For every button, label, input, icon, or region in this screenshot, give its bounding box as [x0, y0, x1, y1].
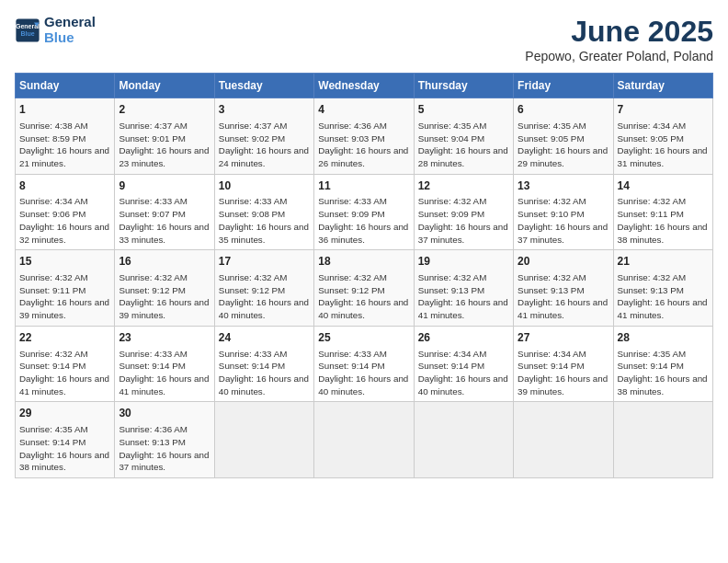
day-detail: Sunrise: 4:35 AMSunset: 9:14 PMDaylight:…: [618, 348, 709, 398]
day-number: 2: [119, 102, 210, 118]
calendar-cell: 6Sunrise: 4:35 AMSunset: 9:05 PMDaylight…: [514, 98, 613, 175]
calendar-cell: 1Sunrise: 4:38 AMSunset: 8:59 PMDaylight…: [16, 98, 115, 175]
day-number: 20: [518, 254, 609, 270]
day-detail: Sunrise: 4:34 AMSunset: 9:05 PMDaylight:…: [618, 120, 709, 170]
day-number: 29: [19, 406, 110, 421]
day-detail: Sunrise: 4:34 AMSunset: 9:06 PMDaylight:…: [19, 195, 110, 246]
calendar-cell: 10Sunrise: 4:33 AMSunset: 9:08 PMDayligh…: [214, 174, 313, 250]
logo: General Blue General Blue: [15, 15, 96, 45]
calendar-cell: 14Sunrise: 4:32 AMSunset: 9:11 PMDayligh…: [613, 174, 712, 250]
calendar-header-wednesday: Wednesday: [314, 74, 414, 98]
day-detail: Sunrise: 4:35 AMSunset: 9:14 PMDaylight:…: [19, 423, 110, 474]
day-detail: Sunrise: 4:36 AMSunset: 9:03 PMDaylight:…: [318, 120, 409, 170]
day-number: 7: [618, 102, 709, 118]
calendar-cell: 9Sunrise: 4:33 AMSunset: 9:07 PMDaylight…: [115, 174, 214, 250]
calendar-cell: [414, 402, 513, 478]
day-detail: Sunrise: 4:33 AMSunset: 9:09 PMDaylight:…: [318, 195, 409, 246]
calendar-header-tuesday: Tuesday: [214, 74, 313, 98]
calendar-cell: 19Sunrise: 4:32 AMSunset: 9:13 PMDayligh…: [414, 250, 513, 327]
day-detail: Sunrise: 4:35 AMSunset: 9:04 PMDaylight:…: [418, 120, 509, 170]
location-title: Pepowo, Greater Poland, Poland: [525, 49, 713, 63]
day-detail: Sunrise: 4:32 AMSunset: 9:13 PMDaylight:…: [518, 271, 609, 322]
calendar-header-row: SundayMondayTuesdayWednesdayThursdayFrid…: [16, 74, 713, 98]
calendar-week-1: 1Sunrise: 4:38 AMSunset: 8:59 PMDaylight…: [16, 98, 713, 175]
day-detail: Sunrise: 4:32 AMSunset: 9:14 PMDaylight:…: [19, 348, 110, 398]
calendar-cell: 11Sunrise: 4:33 AMSunset: 9:09 PMDayligh…: [314, 174, 414, 250]
day-number: 28: [618, 330, 709, 346]
day-number: 10: [219, 178, 310, 194]
calendar-header-sunday: Sunday: [16, 74, 115, 98]
day-number: 22: [19, 330, 110, 346]
calendar-cell: 5Sunrise: 4:35 AMSunset: 9:04 PMDaylight…: [414, 98, 513, 175]
day-number: 16: [119, 254, 210, 270]
calendar-cell: 30Sunrise: 4:36 AMSunset: 9:13 PMDayligh…: [115, 402, 214, 478]
day-detail: Sunrise: 4:36 AMSunset: 9:13 PMDaylight:…: [119, 423, 210, 474]
day-number: 11: [318, 178, 409, 194]
calendar-header-saturday: Saturday: [613, 74, 712, 98]
day-detail: Sunrise: 4:32 AMSunset: 9:11 PMDaylight:…: [19, 271, 110, 322]
calendar-cell: 22Sunrise: 4:32 AMSunset: 9:14 PMDayligh…: [16, 326, 115, 402]
logo-icon: General Blue: [15, 17, 40, 43]
day-detail: Sunrise: 4:32 AMSunset: 9:12 PMDaylight:…: [119, 271, 210, 322]
day-detail: Sunrise: 4:34 AMSunset: 9:14 PMDaylight:…: [518, 348, 609, 398]
day-detail: Sunrise: 4:32 AMSunset: 9:11 PMDaylight:…: [618, 195, 709, 246]
day-number: 1: [19, 102, 110, 118]
title-area: June 2025 Pepowo, Greater Poland, Poland: [525, 15, 713, 63]
day-detail: Sunrise: 4:38 AMSunset: 8:59 PMDaylight:…: [19, 120, 110, 170]
calendar-cell: [613, 402, 712, 478]
calendar-header-friday: Friday: [514, 74, 613, 98]
day-detail: Sunrise: 4:37 AMSunset: 9:01 PMDaylight:…: [119, 120, 210, 170]
day-number: 24: [219, 330, 310, 346]
day-detail: Sunrise: 4:32 AMSunset: 9:12 PMDaylight:…: [219, 271, 310, 322]
calendar-cell: 25Sunrise: 4:33 AMSunset: 9:14 PMDayligh…: [314, 326, 414, 402]
month-title: June 2025: [525, 15, 713, 49]
calendar-table: SundayMondayTuesdayWednesdayThursdayFrid…: [15, 73, 713, 478]
day-number: 6: [518, 102, 609, 118]
calendar-cell: 17Sunrise: 4:32 AMSunset: 9:12 PMDayligh…: [214, 250, 313, 327]
day-detail: Sunrise: 4:32 AMSunset: 9:09 PMDaylight:…: [418, 195, 509, 246]
day-number: 18: [318, 254, 409, 270]
day-number: 19: [418, 254, 509, 270]
day-number: 26: [418, 330, 509, 346]
day-number: 9: [119, 178, 210, 194]
logo-text: General Blue: [44, 15, 96, 45]
calendar-cell: 7Sunrise: 4:34 AMSunset: 9:05 PMDaylight…: [613, 98, 712, 175]
day-number: 12: [418, 178, 509, 194]
calendar-cell: 21Sunrise: 4:32 AMSunset: 9:13 PMDayligh…: [613, 250, 712, 327]
calendar-cell: [514, 402, 613, 478]
day-detail: Sunrise: 4:32 AMSunset: 9:10 PMDaylight:…: [518, 195, 609, 246]
calendar-cell: 23Sunrise: 4:33 AMSunset: 9:14 PMDayligh…: [115, 326, 214, 402]
calendar-week-3: 15Sunrise: 4:32 AMSunset: 9:11 PMDayligh…: [16, 250, 713, 327]
day-detail: Sunrise: 4:32 AMSunset: 9:13 PMDaylight:…: [418, 271, 509, 322]
calendar-cell: 3Sunrise: 4:37 AMSunset: 9:02 PMDaylight…: [214, 98, 313, 175]
calendar-week-5: 29Sunrise: 4:35 AMSunset: 9:14 PMDayligh…: [16, 402, 713, 478]
day-detail: Sunrise: 4:33 AMSunset: 9:08 PMDaylight:…: [219, 195, 310, 246]
day-number: 4: [318, 102, 409, 118]
calendar-cell: 20Sunrise: 4:32 AMSunset: 9:13 PMDayligh…: [514, 250, 613, 327]
day-number: 17: [219, 254, 310, 270]
day-detail: Sunrise: 4:32 AMSunset: 9:12 PMDaylight:…: [318, 271, 409, 322]
day-number: 15: [19, 254, 110, 270]
day-number: 30: [119, 406, 210, 421]
calendar-cell: 29Sunrise: 4:35 AMSunset: 9:14 PMDayligh…: [16, 402, 115, 478]
calendar-cell: 24Sunrise: 4:33 AMSunset: 9:14 PMDayligh…: [214, 326, 313, 402]
calendar-cell: 12Sunrise: 4:32 AMSunset: 9:09 PMDayligh…: [414, 174, 513, 250]
calendar-cell: 2Sunrise: 4:37 AMSunset: 9:01 PMDaylight…: [115, 98, 214, 175]
calendar-cell: 8Sunrise: 4:34 AMSunset: 9:06 PMDaylight…: [16, 174, 115, 250]
day-number: 25: [318, 330, 409, 346]
day-number: 3: [219, 102, 310, 118]
day-detail: Sunrise: 4:33 AMSunset: 9:14 PMDaylight:…: [119, 348, 210, 398]
day-number: 27: [518, 330, 609, 346]
day-number: 23: [119, 330, 210, 346]
calendar-cell: [314, 402, 414, 478]
day-detail: Sunrise: 4:32 AMSunset: 9:13 PMDaylight:…: [618, 271, 709, 322]
calendar-body: 1Sunrise: 4:38 AMSunset: 8:59 PMDaylight…: [16, 98, 713, 478]
day-detail: Sunrise: 4:35 AMSunset: 9:05 PMDaylight:…: [518, 120, 609, 170]
calendar-cell: 4Sunrise: 4:36 AMSunset: 9:03 PMDaylight…: [314, 98, 414, 175]
day-detail: Sunrise: 4:37 AMSunset: 9:02 PMDaylight:…: [219, 120, 310, 170]
calendar-header-thursday: Thursday: [414, 74, 513, 98]
day-detail: Sunrise: 4:34 AMSunset: 9:14 PMDaylight:…: [418, 348, 509, 398]
day-number: 21: [618, 254, 709, 270]
calendar-header-monday: Monday: [115, 74, 214, 98]
svg-text:Blue: Blue: [20, 29, 34, 36]
